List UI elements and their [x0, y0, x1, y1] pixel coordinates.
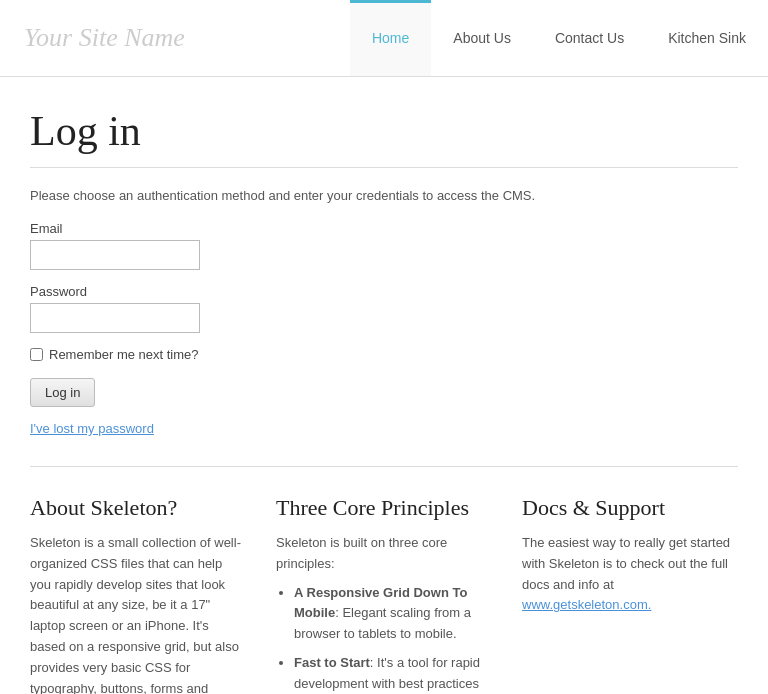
page-title: Log in — [30, 107, 738, 155]
docs-support-title: Docs & Support — [522, 495, 738, 521]
nav-item-home[interactable]: Home — [350, 0, 431, 76]
login-description: Please choose an authentication method a… — [30, 188, 738, 203]
password-group: Password — [30, 284, 738, 333]
remember-label: Remember me next time? — [49, 347, 199, 362]
remember-checkbox[interactable] — [30, 348, 43, 361]
email-field[interactable] — [30, 240, 200, 270]
lost-password-link[interactable]: I've lost my password — [30, 421, 738, 436]
section-divider — [30, 466, 738, 467]
about-skeleton-body: Skeleton is a small collection of well-o… — [30, 533, 246, 694]
about-skeleton-title: About Skeleton? — [30, 495, 246, 521]
remember-row: Remember me next time? — [30, 347, 738, 362]
login-button[interactable]: Log in — [30, 378, 95, 407]
title-divider — [30, 167, 738, 168]
site-name: Your Site Name — [0, 0, 209, 76]
password-field[interactable] — [30, 303, 200, 333]
password-label: Password — [30, 284, 738, 299]
list-item: A Responsive Grid Down To Mobile: Elegan… — [294, 583, 492, 645]
bottom-columns: About Skeleton? Skeleton is a small coll… — [30, 495, 738, 694]
main-nav: Home About Us Contact Us Kitchen Sink — [350, 0, 768, 76]
email-label: Email — [30, 221, 738, 236]
docs-support-body: The easiest way to really get started wi… — [522, 533, 738, 616]
nav-item-kitchen-sink[interactable]: Kitchen Sink — [646, 0, 768, 76]
nav-item-about[interactable]: About Us — [431, 0, 533, 76]
docs-support-text: The easiest way to really get started wi… — [522, 535, 730, 592]
three-core-intro: Skeleton is built on three core principl… — [276, 533, 492, 575]
principle-2-bold: Fast to Start — [294, 655, 370, 670]
about-skeleton-column: About Skeleton? Skeleton is a small coll… — [30, 495, 246, 694]
docs-support-column: Docs & Support The easiest way to really… — [522, 495, 738, 694]
three-core-list: A Responsive Grid Down To Mobile: Elegan… — [276, 583, 492, 694]
email-group: Email — [30, 221, 738, 270]
nav-item-contact[interactable]: Contact Us — [533, 0, 646, 76]
three-core-column: Three Core Principles Skeleton is built … — [276, 495, 492, 694]
docs-support-link[interactable]: www.getskeleton.com. — [522, 597, 651, 612]
list-item: Fast to Start: It's a tool for rapid dev… — [294, 653, 492, 694]
three-core-title: Three Core Principles — [276, 495, 492, 521]
